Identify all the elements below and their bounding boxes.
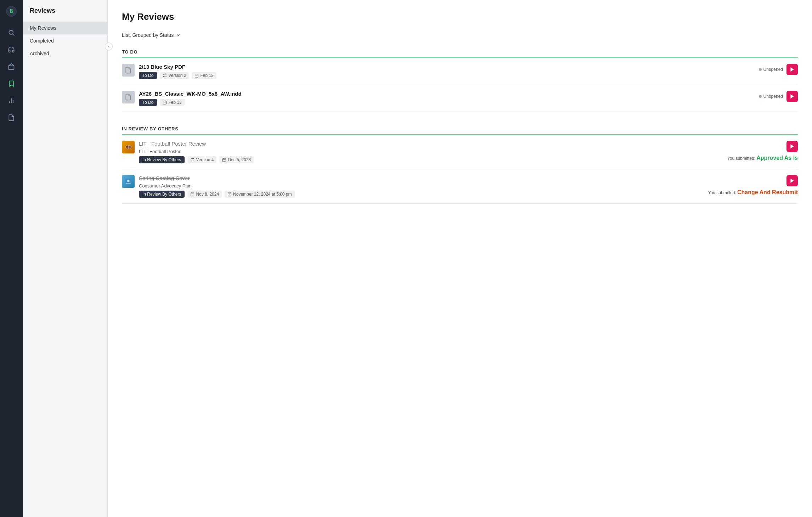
card-1-status-dot: [759, 68, 762, 71]
card-4-thumbnail: [122, 175, 135, 188]
card-4-submitted: You submitted: Change And Resubmit: [708, 189, 798, 196]
sidebar-item-completed[interactable]: Completed: [23, 34, 107, 47]
svg-rect-14: [163, 101, 167, 104]
card-2-title: AY26_BS_Classic_WK-MO_5x8_AW.indd: [139, 91, 755, 97]
icon-bar: 8: [0, 0, 23, 517]
svg-text:8: 8: [10, 8, 13, 14]
review-card-3: LIT - Football Poster Review LIT - Footb…: [122, 135, 798, 169]
card-1-status-badge: Unopened: [759, 67, 783, 72]
page-title: My Reviews: [122, 11, 798, 22]
section-inreview: IN REVIEW BY OTHERS LIT - Football Poste…: [122, 126, 798, 204]
card-4-submitted-label: You submitted:: [708, 190, 737, 195]
view-selector[interactable]: List, Grouped by Status: [122, 32, 798, 38]
sidebar-item-archived[interactable]: Archived: [23, 47, 107, 60]
svg-marker-5: [9, 81, 13, 86]
analytics-nav-icon[interactable]: [4, 94, 18, 108]
card-4-body: Spring Catalog Cover Consumer Advocacy P…: [139, 175, 704, 198]
card-3-tag-version: Version 4: [187, 156, 216, 163]
card-3-right: You submitted: Approved As Is: [727, 141, 798, 161]
card-3-title: LIT - Football Poster Review: [139, 141, 723, 147]
sidebar-item-my-reviews[interactable]: My Reviews: [23, 22, 107, 34]
search-nav-icon[interactable]: [4, 26, 18, 40]
card-1-title: 2/13 Blue Sky PDF: [139, 64, 755, 70]
card-3-tag-status: In Review By Others: [139, 156, 185, 163]
card-3-subtitle: LIT - Football Poster: [139, 149, 723, 154]
inbox-nav-icon[interactable]: [4, 60, 18, 74]
svg-marker-18: [790, 94, 794, 99]
card-1-tag-version: Version 2: [160, 72, 189, 79]
card-2-body: AY26_BS_Classic_WK-MO_5x8_AW.indd To Do …: [139, 91, 755, 106]
card-3-submitted: You submitted: Approved As Is: [727, 155, 798, 161]
sidebar-collapse-button[interactable]: ‹: [105, 43, 113, 50]
card-3-tag-date: Dec 5, 2023: [219, 156, 254, 163]
card-1-right: Unopened: [759, 64, 798, 75]
sidebar-title: Reviews: [23, 7, 107, 22]
review-card-4: Spring Catalog Cover Consumer Advocacy P…: [122, 169, 798, 204]
main-content: My Reviews List, Grouped by Status TO DO…: [108, 0, 812, 517]
card-1-tag-status: To Do: [139, 72, 157, 79]
sidebar: Reviews My Reviews Completed Archived: [23, 0, 108, 517]
reviews-nav-icon[interactable]: [4, 77, 18, 91]
svg-rect-9: [195, 74, 198, 77]
svg-point-28: [127, 180, 130, 182]
svg-rect-29: [126, 183, 131, 184]
card-3-action-button[interactable]: [786, 141, 798, 152]
card-2-status-dot: [759, 95, 762, 98]
svg-rect-34: [228, 193, 231, 196]
card-4-tag-deadline: November 12, 2024 at 5:00 pm: [225, 191, 294, 198]
document-nav-icon[interactable]: [4, 111, 18, 125]
card-3-submitted-label: You submitted:: [727, 156, 756, 161]
card-4-right: You submitted: Change And Resubmit: [708, 175, 798, 196]
card-1-status-label: Unopened: [763, 67, 783, 72]
svg-rect-30: [191, 193, 194, 196]
svg-line-3: [13, 34, 15, 36]
section-todo-heading: TO DO: [122, 49, 798, 58]
card-4-action-button[interactable]: [786, 175, 798, 186]
chevron-down-icon: [176, 33, 181, 38]
card-2-tags: To Do Feb 13: [139, 99, 755, 106]
card-1-body: 2/13 Blue Sky PDF To Do Version 2 Feb 13: [139, 64, 755, 79]
svg-rect-22: [223, 158, 226, 162]
svg-rect-4: [9, 66, 14, 70]
svg-point-2: [9, 30, 13, 34]
card-4-submitted-value: Change And Resubmit: [737, 189, 798, 195]
card-4-subtitle: Consumer Advocacy Plan: [139, 183, 704, 189]
svg-marker-39: [790, 179, 794, 183]
card-1-tags: To Do Version 2 Feb 13: [139, 72, 755, 79]
card-3-body: LIT - Football Poster Review LIT - Footb…: [139, 141, 723, 163]
view-selector-label: List, Grouped by Status: [122, 32, 174, 38]
card-1-action-button[interactable]: [786, 64, 798, 75]
card-3-submitted-value: Approved As Is: [756, 155, 798, 161]
card-1-tag-date: Feb 13: [192, 72, 216, 79]
card-4-tag-status: In Review By Others: [139, 191, 185, 198]
card-4-title: Spring Catalog Cover: [139, 175, 704, 181]
svg-marker-26: [790, 144, 794, 148]
review-card-2: AY26_BS_Classic_WK-MO_5x8_AW.indd To Do …: [122, 85, 798, 112]
card-2-status-badge: Unopened: [759, 94, 783, 99]
card-2-tag-status: To Do: [139, 99, 157, 106]
section-todo: TO DO 2/13 Blue Sky PDF To Do Version 2: [122, 49, 798, 112]
card-4-tags: In Review By Others Nov 8, 2024 November…: [139, 191, 704, 198]
review-card-1: 2/13 Blue Sky PDF To Do Version 2 Feb 13: [122, 58, 798, 85]
card-2-thumbnail: [122, 91, 135, 103]
card-2-tag-date: Feb 13: [160, 99, 184, 106]
app-logo: 8: [4, 4, 18, 18]
card-2-status-label: Unopened: [763, 94, 783, 99]
svg-marker-13: [790, 67, 794, 72]
section-inreview-heading: IN REVIEW BY OTHERS: [122, 126, 798, 135]
card-4-tag-date: Nov 8, 2024: [187, 191, 222, 198]
card-3-tags: In Review By Others Version 4 Dec 5, 202…: [139, 156, 723, 163]
card-3-thumbnail: [122, 141, 135, 153]
card-1-thumbnail: [122, 64, 135, 77]
card-2-action-button[interactable]: [786, 91, 798, 102]
card-2-right: Unopened: [759, 91, 798, 102]
headphones-nav-icon[interactable]: [4, 43, 18, 57]
